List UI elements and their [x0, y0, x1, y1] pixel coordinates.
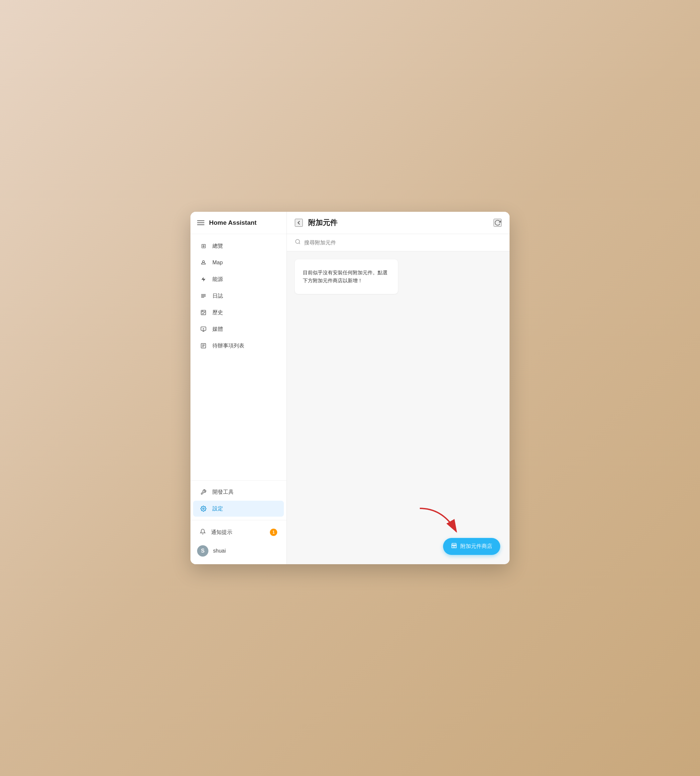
main-content: 附加元件 目前似乎沒有安裝任何附加元件。點選下方附加元件商店以新增！: [287, 212, 510, 564]
svg-marker-1: [202, 277, 205, 281]
search-bar: [287, 234, 510, 251]
arrow-indicator: [417, 505, 463, 538]
menu-icon[interactable]: [197, 220, 204, 225]
svg-marker-10: [203, 328, 205, 330]
sidebar-item-dev-tools[interactable]: 開發工具: [193, 484, 284, 500]
addon-store-button[interactable]: 附加元件商店: [443, 538, 500, 555]
svg-rect-6: [201, 310, 206, 315]
sidebar-item-todo[interactable]: 待辦事項列表: [193, 338, 284, 354]
sidebar-item-media[interactable]: 媒體: [193, 321, 284, 337]
user-name: shuai: [213, 548, 226, 554]
sidebar-header: Home Assistant: [190, 212, 287, 234]
sidebar-label-map: Map: [212, 260, 223, 265]
sidebar-label-logs: 日誌: [212, 292, 223, 300]
sidebar-item-map[interactable]: Map: [193, 255, 284, 270]
todo-icon: [200, 342, 207, 349]
back-button[interactable]: [295, 219, 303, 227]
sidebar-label-todo: 待辦事項列表: [212, 342, 244, 349]
sidebar-label-history: 歷史: [212, 309, 223, 316]
notification-badge: 1: [270, 529, 277, 536]
page-title: 附加元件: [308, 218, 488, 228]
map-icon: [200, 259, 207, 266]
svg-point-17: [203, 508, 204, 510]
sidebar-nav: ⊞ 總覽 Map 能源 日誌: [190, 234, 287, 481]
svg-line-19: [299, 243, 300, 244]
sidebar-item-overview[interactable]: ⊞ 總覽: [193, 238, 284, 254]
user-item[interactable]: S shuai: [190, 541, 287, 561]
sidebar-label-settings: 設定: [212, 506, 223, 512]
content-area: 目前似乎沒有安裝任何附加元件。點選下方附加元件商店以新增！ 附加元件商店: [287, 251, 510, 564]
fab-label: 附加元件商店: [460, 543, 492, 550]
sidebar-item-settings[interactable]: 設定: [193, 501, 284, 517]
fab-area: 附加元件商店: [443, 538, 500, 555]
overview-icon: ⊞: [200, 242, 207, 250]
app-window: Home Assistant ⊞ 總覽 Map 能源: [190, 212, 510, 564]
settings-icon: [200, 505, 207, 512]
sidebar-label-overview: 總覽: [212, 243, 223, 250]
sidebar-label-energy: 能源: [212, 276, 223, 283]
svg-point-0: [202, 261, 204, 263]
notification-item[interactable]: 通知提示 1: [193, 524, 284, 540]
refresh-button[interactable]: [493, 219, 502, 227]
sidebar-item-energy[interactable]: 能源: [193, 271, 284, 287]
sidebar-bottom: 開發工具 設定: [190, 481, 287, 520]
empty-state-card: 目前似乎沒有安裝任何附加元件。點選下方附加元件商店以新增！: [295, 259, 398, 294]
search-icon: [295, 239, 301, 246]
energy-icon: [200, 275, 207, 283]
svg-point-18: [295, 239, 300, 244]
sidebar-item-history[interactable]: 歷史: [193, 305, 284, 320]
logs-icon: [200, 292, 207, 300]
sidebar-footer: 通知提示 1 S shuai: [190, 520, 287, 564]
media-icon: [200, 325, 207, 333]
search-input[interactable]: [304, 240, 502, 246]
notification-label: 通知提示: [211, 529, 232, 536]
sidebar-label-dev-tools: 開發工具: [212, 489, 234, 496]
empty-message: 目前似乎沒有安裝任何附加元件。點選下方附加元件商店以新增！: [303, 269, 390, 285]
sidebar-label-media: 媒體: [212, 326, 223, 333]
history-icon: [200, 309, 207, 316]
dev-tools-icon: [200, 488, 207, 496]
app-title: Home Assistant: [209, 219, 257, 227]
main-header: 附加元件: [287, 212, 510, 234]
user-avatar: S: [197, 545, 208, 557]
sidebar-item-logs[interactable]: 日誌: [193, 288, 284, 304]
sidebar: Home Assistant ⊞ 總覽 Map 能源: [190, 212, 287, 564]
notification-icon: [200, 529, 206, 536]
store-icon: [451, 542, 457, 550]
